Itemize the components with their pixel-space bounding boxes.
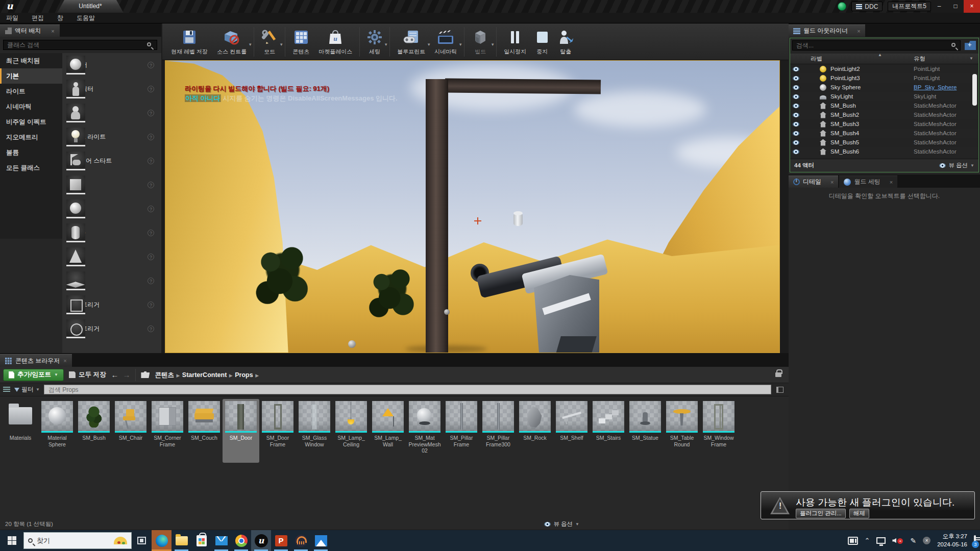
asset-tile[interactable]: SM_Bush	[76, 399, 112, 463]
outliner-search-input[interactable]	[792, 40, 961, 51]
toolbar-pause-button[interactable]: 일시정지	[499, 25, 531, 59]
category-비주얼 이펙트[interactable]: 비주얼 이펙트	[0, 114, 62, 130]
outliner-row[interactable]: SM_Bush2StaticMeshActor	[790, 110, 978, 119]
column-type[interactable]: 유형	[914, 55, 925, 63]
tab-world-outliner[interactable]: 월드 아웃라이너 ×	[789, 24, 865, 37]
taskbar-app-photos[interactable]	[311, 530, 331, 551]
toolbar-source-button[interactable]: ▼소스 컨트롤	[212, 25, 251, 59]
chevron-down-icon[interactable]: ▼	[458, 42, 462, 47]
toolbar-market-button[interactable]: u마켓플레이스	[314, 25, 357, 59]
hidden-icons-chevron[interactable]: ⌃	[865, 537, 870, 544]
visibility-eye-icon[interactable]	[793, 67, 799, 71]
toolbar-cinematics-button[interactable]: ▼시네마틱	[430, 25, 461, 59]
asset-tile[interactable]: SM_Couch	[186, 399, 223, 463]
outliner-row[interactable]: SkyLightSkyLight	[790, 92, 978, 101]
close-icon[interactable]: ×	[890, 179, 893, 185]
visibility-eye-icon[interactable]	[793, 85, 799, 90]
sort-icon[interactable]: ▼	[969, 56, 973, 61]
ddc-button[interactable]: DDC	[851, 2, 883, 11]
toolbar-save-button[interactable]: 현재 레벨 저장	[166, 25, 212, 59]
asset-tile[interactable]: SM_Rock	[517, 399, 553, 463]
volume-muted-icon[interactable]: ×	[892, 537, 903, 545]
asset-tile[interactable]: Material Sphere	[39, 399, 76, 463]
toolbar-eject-button[interactable]: 탈출	[553, 25, 578, 59]
sources-panel-icon[interactable]	[3, 387, 10, 393]
taskbar-app-file-explorer[interactable]	[172, 530, 191, 551]
view-layout-icon[interactable]	[776, 387, 783, 393]
menu-item-창[interactable]: 창	[57, 14, 63, 22]
category-최근 배치됨[interactable]: 최근 배치됨	[0, 53, 62, 68]
status-x-icon[interactable]: ×	[923, 537, 930, 544]
menu-item-편집[interactable]: 편집	[32, 14, 44, 22]
help-icon[interactable]: ?	[148, 325, 154, 332]
asset-tile[interactable]: SM_Pillar Frame	[443, 399, 480, 463]
category-지오메트리[interactable]: 지오메트리	[0, 130, 62, 145]
breadcrumb-콘텐츠[interactable]: 콘텐츠	[155, 371, 174, 379]
help-icon[interactable]: ?	[148, 182, 154, 188]
help-icon[interactable]: ?	[148, 254, 154, 260]
close-icon[interactable]: ×	[857, 28, 860, 34]
help-icon[interactable]: ?	[148, 302, 154, 308]
chevron-down-icon[interactable]: ▼	[248, 42, 252, 47]
asset-tile[interactable]: SM_Mat PreviewMesh 02	[406, 399, 443, 463]
outliner-row[interactable]: SM_Bush5StaticMeshActor	[790, 138, 978, 147]
visibility-eye-icon[interactable]	[793, 104, 799, 108]
outliner-header[interactable]: 라벨 ▲ 유형 ▼	[790, 54, 978, 64]
asset-tile[interactable]: SM_Stairs	[590, 399, 627, 463]
taskbar-clock[interactable]: 오후 3:27 2024-05-16	[937, 533, 967, 548]
taskbar-app-audacity[interactable]	[291, 530, 311, 551]
actor-item[interactable]: 구체?	[62, 197, 161, 221]
asset-tile[interactable]: SM_Pillar Frame300	[480, 399, 517, 463]
breadcrumb-StarterContent[interactable]: StarterContent	[182, 371, 227, 379]
actor-item[interactable]: 빈 캐릭터?	[62, 77, 161, 101]
toolbar-blueprint-button[interactable]: ▼블루프린트	[393, 25, 430, 59]
forward-button[interactable]: →	[122, 370, 130, 379]
level-viewport[interactable]: 라이팅을 다시 빌드해야 합니다 (빌드 필요: 91개) 아직 아니다 시지를…	[165, 60, 780, 353]
help-icon[interactable]: ?	[148, 86, 154, 92]
toolbar-build-button[interactable]: ▼빌드	[467, 25, 494, 59]
filter-button[interactable]: 필터 ▼	[14, 385, 40, 394]
menu-item-도움말[interactable]: 도움말	[77, 14, 95, 22]
save-all-button[interactable]: 모두 저장	[69, 370, 106, 379]
start-button[interactable]	[0, 530, 23, 551]
help-icon[interactable]: ?	[148, 62, 154, 68]
actor-item[interactable]: 평면?	[62, 269, 161, 293]
tab-content-browser[interactable]: 콘텐츠 브라우저 ×	[0, 354, 72, 367]
action-center-button[interactable]: 3	[974, 536, 976, 545]
outliner-row[interactable]: SM_Bush4StaticMeshActor	[790, 129, 978, 138]
help-icon[interactable]: ?	[148, 230, 154, 236]
chevron-down-icon[interactable]: ▼	[279, 42, 283, 47]
asset-tile[interactable]: SM_Lamp_ Wall	[370, 399, 406, 463]
actor-type[interactable]: BP_Sky_Sphere	[914, 84, 957, 90]
asset-tile[interactable]: SM_Door Frame	[259, 399, 296, 463]
outliner-view-options-button[interactable]: 뷰 옵션▼	[937, 162, 974, 169]
asset-tile[interactable]: SM_Window Frame	[700, 399, 737, 463]
actor-item[interactable]: 큐브?	[62, 173, 161, 197]
outliner-row[interactable]: SM_Bush3StaticMeshActor	[790, 119, 978, 129]
asset-tile[interactable]: Materials	[2, 399, 39, 463]
toolbar-stop-button[interactable]: 중지	[531, 25, 553, 59]
visibility-eye-icon[interactable]	[793, 94, 799, 99]
outliner-row[interactable]: PointLight2PointLight	[790, 64, 978, 73]
actor-item[interactable]: 원뿔?	[62, 245, 161, 269]
asset-search-input[interactable]	[44, 385, 771, 394]
close-icon[interactable]: ×	[830, 179, 834, 185]
actor-item[interactable]: 빈 폰?	[62, 101, 161, 125]
add-import-button[interactable]: 추가/임포트 ▼	[3, 369, 64, 381]
outliner-scrollbar[interactable]	[972, 74, 977, 106]
visibility-eye-icon[interactable]	[793, 131, 799, 136]
outliner-row[interactable]: Sky SphereBP_Sky_Sphere	[790, 83, 978, 92]
actor-item[interactable]: 포인트 라이트?	[62, 125, 161, 149]
asset-tile[interactable]: SM_Lamp_ Ceiling	[333, 399, 370, 463]
taskbar-search[interactable]: 찾기	[23, 532, 132, 549]
chevron-down-icon[interactable]: ▼	[491, 42, 495, 47]
actor-item[interactable]: 구체 트리거?	[62, 317, 161, 341]
category-모든 클래스[interactable]: 모든 클래스	[0, 160, 62, 176]
asset-tile[interactable]: SM_Corner Frame	[149, 399, 186, 463]
toolbar-content-button[interactable]: 콘텐츠	[288, 25, 314, 59]
launcher-status-icon[interactable]	[838, 2, 846, 11]
asset-tile[interactable]: SM_Shelf	[553, 399, 590, 463]
widgets-icon[interactable]	[848, 537, 858, 545]
outliner-row[interactable]: PointLight3PointLight	[790, 73, 978, 83]
level-tab[interactable]: Untitled*	[57, 0, 124, 13]
